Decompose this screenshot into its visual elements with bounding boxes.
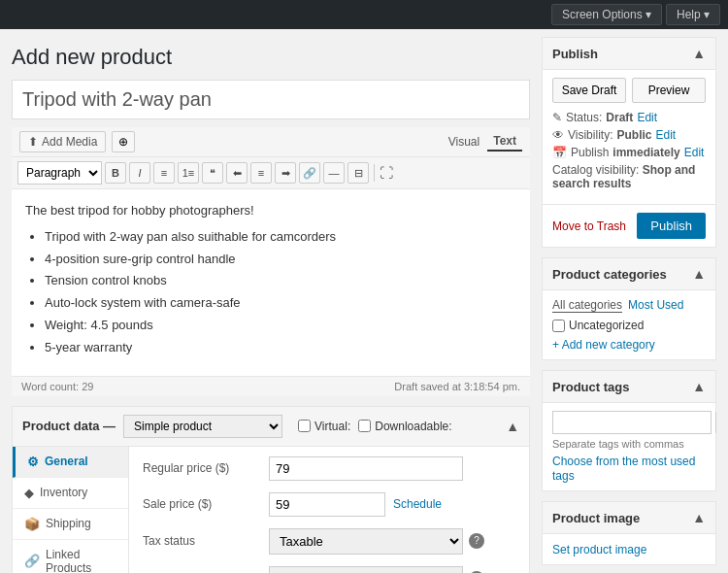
tab-shipping[interactable]: 📦 Shipping <box>13 509 128 540</box>
product-image-title: Product image <box>552 511 640 525</box>
save-draft-button[interactable]: Save Draft <box>552 78 626 103</box>
editor-area: ⬆ Add Media ⊕ Visual Text Paragraph B I … <box>12 127 530 396</box>
tab-general[interactable]: ⚙ General <box>13 447 128 478</box>
sale-price-row: Sale price ($) Schedule <box>143 492 515 517</box>
image-collapse-btn[interactable]: ▲ <box>692 510 706 525</box>
editor-content[interactable]: The best tripod for hobby photographers!… <box>12 189 530 376</box>
all-categories-tab[interactable]: All categories <box>552 298 622 313</box>
page-title: Add new product <box>12 37 530 80</box>
product-data-tabs: ⚙ General ◆ Inventory 📦 Shipping 🔗 <box>13 447 129 573</box>
tab-linked-products[interactable]: 🔗 Linked Products <box>13 540 128 573</box>
product-data-section: Product data — Simple productGrouped pro… <box>12 406 530 573</box>
add-tag-button[interactable]: Add <box>715 411 716 434</box>
visual-tab[interactable]: Visual <box>443 132 485 152</box>
publish-timing-edit-link[interactable]: Edit <box>684 146 705 159</box>
downloadable-checkbox-label[interactable]: Downloadable: <box>358 420 451 433</box>
tab-inventory[interactable]: ◆ Inventory <box>13 478 128 509</box>
general-icon: ⚙ <box>27 455 39 469</box>
center-column: Add new product ⬆ Add Media ⊕ Visual T <box>12 37 530 573</box>
regular-price-row: Regular price ($) <box>143 456 515 481</box>
text-tab[interactable]: Text <box>487 132 522 152</box>
categories-collapse-btn[interactable]: ▲ <box>692 266 706 282</box>
italic-button[interactable]: I <box>129 162 150 184</box>
align-right-button[interactable]: ➡ <box>275 162 296 184</box>
fullscreen-button[interactable]: ⛶ <box>380 165 393 181</box>
tax-status-help-icon[interactable]: ? <box>469 533 484 549</box>
product-categories-title: Product categories <box>552 267 667 282</box>
product-data-header: Product data — Simple productGrouped pro… <box>13 407 529 447</box>
list-ol-button[interactable]: 1≡ <box>178 162 199 184</box>
publish-button[interactable]: Publish <box>637 213 706 239</box>
virtual-checkbox-label[interactable]: Virtual: <box>298 420 350 433</box>
shipping-icon: 📦 <box>24 517 40 531</box>
category-uncategorized[interactable]: Uncategorized <box>552 319 706 332</box>
editor-bullet-list: Tripod with 2-way pan also suithable for… <box>25 227 516 358</box>
set-product-image-link[interactable]: Set product image <box>552 543 646 556</box>
bullet-item-3: Tension control knobs <box>45 271 516 291</box>
downloadable-checkbox[interactable] <box>358 420 371 432</box>
link-button[interactable]: 🔗 <box>299 162 320 184</box>
add-media-button[interactable]: ⬆ Add Media <box>19 131 106 152</box>
status-value: Draft <box>606 111 633 124</box>
product-title-input[interactable] <box>12 80 530 119</box>
align-center-button[interactable]: ≡ <box>250 162 272 184</box>
editor-top-left: ⬆ Add Media ⊕ <box>19 131 135 152</box>
top-bar: Screen Options ▾ Help ▾ <box>0 0 728 29</box>
linked-products-icon: 🔗 <box>24 554 40 568</box>
publish-box: Publish ▲ Save Draft Preview ✎ Status: D… <box>542 37 716 248</box>
publish-box-content: Save Draft Preview ✎ Status: Draft Edit … <box>543 70 715 198</box>
schedule-link[interactable]: Schedule <box>393 497 442 511</box>
toolbar-divider <box>374 164 375 182</box>
publish-timing-value: immediately <box>612 146 679 159</box>
product-data-collapse-button[interactable]: ▲ <box>506 419 519 434</box>
visibility-edit-link[interactable]: Edit <box>655 128 676 142</box>
help-button[interactable]: Help ▾ <box>666 4 720 25</box>
visibility-icon: 👁 <box>552 128 564 142</box>
product-categories-content: All categories Most Used Uncategorized +… <box>543 290 715 359</box>
product-tags-box: Product tags ▲ Add Separate tags with co… <box>542 370 716 491</box>
move-to-trash-link[interactable]: Move to Trash <box>552 219 626 233</box>
more-button[interactable]: — <box>323 162 345 184</box>
bullet-item-4: Auto-lock system with camera-safe <box>45 293 516 314</box>
product-type-select[interactable]: Simple productGrouped productExternal/Af… <box>123 415 282 438</box>
tags-hint: Separate tags with commas <box>552 438 706 450</box>
toolbar-toggle[interactable]: ⊟ <box>347 162 369 184</box>
category-uncategorized-checkbox[interactable] <box>552 320 565 332</box>
bold-button[interactable]: B <box>105 162 126 184</box>
publish-btn-row: Save Draft Preview <box>552 78 706 103</box>
status-edit-link[interactable]: Edit <box>637 111 657 124</box>
editor-view-tabs: Visual Text <box>443 132 522 152</box>
tax-status-select[interactable]: Taxable <box>269 528 463 555</box>
product-data-header-left: Product data — Simple productGrouped pro… <box>22 415 452 438</box>
product-data-body: ⚙ General ◆ Inventory 📦 Shipping 🔗 <box>13 447 529 573</box>
bullet-item-1: Tripod with 2-way pan also suithable for… <box>45 227 516 248</box>
product-image-header: Product image ▲ <box>543 502 715 534</box>
tax-status-label: Tax status <box>143 534 269 548</box>
add-media-label: Add Media <box>42 135 97 149</box>
tags-input[interactable] <box>552 411 711 434</box>
sale-price-input[interactable] <box>269 492 385 517</box>
product-categories-box: Product categories ▲ All categories Most… <box>542 257 716 360</box>
sale-price-label: Sale price ($) <box>143 497 269 511</box>
most-used-tab[interactable]: Most Used <box>628 298 683 313</box>
product-image-box: Product image ▲ Set product image <box>542 501 716 565</box>
choose-tags-link[interactable]: Choose from the most used tags <box>552 455 695 483</box>
tags-collapse-btn[interactable]: ▲ <box>692 379 706 394</box>
tax-status-row: Tax status Taxable ? <box>143 528 515 555</box>
upload-icon-button[interactable]: ⊕ <box>112 131 135 152</box>
tax-class-select[interactable]: Standard <box>269 566 463 573</box>
editor-top-bar: ⬆ Add Media ⊕ Visual Text <box>12 127 530 157</box>
paragraph-select[interactable]: Paragraph <box>17 161 102 185</box>
regular-price-input[interactable] <box>269 456 463 481</box>
right-sidebar: Publish ▲ Save Draft Preview ✎ Status: D… <box>542 37 716 573</box>
list-ul-button[interactable]: ≡ <box>153 162 175 184</box>
publish-box-collapse[interactable]: ▲ <box>692 46 706 61</box>
publish-actions: Move to Trash Publish <box>543 204 715 247</box>
preview-button[interactable]: Preview <box>632 78 706 103</box>
align-left-button[interactable]: ⬅ <box>226 162 248 184</box>
blockquote-button[interactable]: ❝ <box>202 162 223 184</box>
screen-options-button[interactable]: Screen Options ▾ <box>551 4 662 25</box>
category-tabs: All categories Most Used <box>552 298 706 313</box>
add-new-category-link[interactable]: + Add new category <box>552 338 706 352</box>
virtual-checkbox[interactable] <box>298 420 311 432</box>
